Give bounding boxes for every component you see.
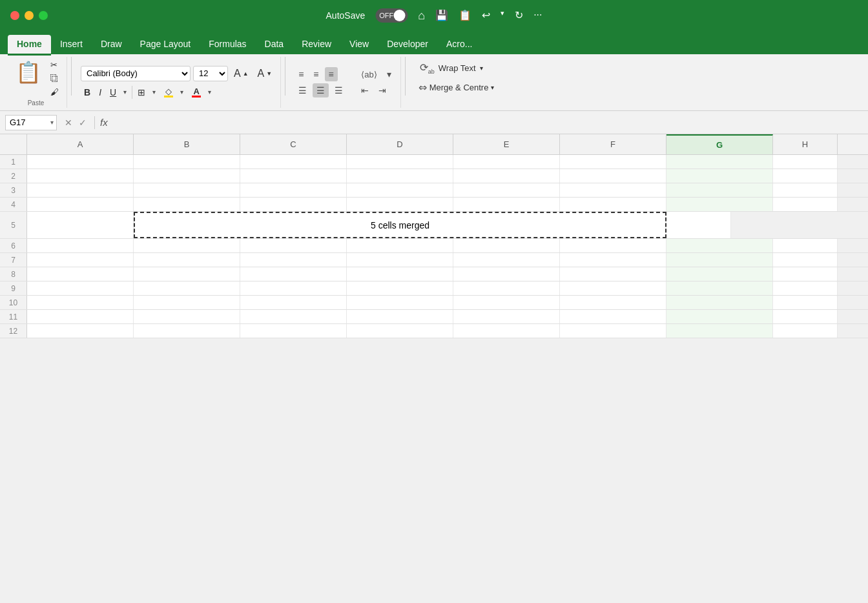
tab-developer[interactable]: Developer xyxy=(378,35,437,54)
row-header-12[interactable]: 12 xyxy=(0,324,27,338)
cell-c11[interactable] xyxy=(240,310,347,323)
align-bottom-button[interactable]: ≡ xyxy=(325,67,338,81)
fill-color-dropdown[interactable]: ▾ xyxy=(177,87,187,97)
row-header-1[interactable]: 1 xyxy=(0,155,27,169)
cell-h11[interactable] xyxy=(773,310,838,323)
cell-a2[interactable] xyxy=(27,169,134,183)
cell-d3[interactable] xyxy=(347,183,453,197)
name-box-arrow[interactable]: ▾ xyxy=(50,119,54,126)
border-button[interactable]: ⊞ xyxy=(134,85,149,99)
row-header-11[interactable]: 11 xyxy=(0,310,27,323)
cell-d11[interactable] xyxy=(347,310,453,323)
row-header-7[interactable]: 7 xyxy=(0,253,27,267)
merge-centre-button[interactable]: ⇔ Merge & Centre ▾ xyxy=(415,79,499,96)
cell-f11[interactable] xyxy=(560,310,666,323)
cell-e7[interactable] xyxy=(453,253,560,267)
cell-a3[interactable] xyxy=(27,183,134,197)
cell-f4[interactable] xyxy=(560,198,666,211)
row-header-2[interactable]: 2 xyxy=(0,169,27,183)
col-header-f[interactable]: F xyxy=(560,134,666,154)
cell-f3[interactable] xyxy=(560,183,666,197)
merge-centre-dropdown[interactable]: ▾ xyxy=(491,84,494,91)
cell-a4[interactable] xyxy=(27,198,134,211)
cell-g7[interactable] xyxy=(666,253,773,267)
tab-draw[interactable]: Draw xyxy=(92,35,131,54)
cell-d10[interactable] xyxy=(347,296,453,309)
cell-c6[interactable] xyxy=(240,239,347,252)
align-center-button[interactable]: ☰ xyxy=(313,83,329,97)
cell-g2[interactable] xyxy=(666,169,773,183)
formula-confirm-button[interactable]: ✓ xyxy=(76,116,89,129)
cell-f6[interactable] xyxy=(560,239,666,252)
cell-c2[interactable] xyxy=(240,169,347,183)
cell-g4[interactable] xyxy=(666,198,773,211)
cell-b1[interactable] xyxy=(134,155,240,169)
home-icon[interactable]: ⌂ xyxy=(418,9,425,23)
undo-dropdown-icon[interactable]: ▾ xyxy=(501,9,504,23)
cut-button[interactable]: ✂ xyxy=(48,59,61,71)
cell-b3[interactable] xyxy=(134,183,240,197)
cell-e6[interactable] xyxy=(453,239,560,252)
increase-indent-button[interactable]: ⇥ xyxy=(375,83,390,97)
minimize-button[interactable] xyxy=(25,11,34,20)
cell-g3[interactable] xyxy=(666,183,773,197)
align-right-button[interactable]: ☰ xyxy=(331,83,347,97)
saveas-icon[interactable]: 📋 xyxy=(459,9,471,23)
row-header-6[interactable]: 6 xyxy=(0,239,27,252)
tab-data[interactable]: Data xyxy=(256,35,293,54)
cell-c10[interactable] xyxy=(240,296,347,309)
tab-review[interactable]: Review xyxy=(293,35,340,54)
row-header-4[interactable]: 4 xyxy=(0,198,27,211)
merged-cell-b5[interactable]: 5 cells merged xyxy=(134,212,666,238)
col-header-a[interactable]: A xyxy=(27,134,134,154)
cell-b7[interactable] xyxy=(134,253,240,267)
formula-input[interactable] xyxy=(113,118,863,127)
cell-g6[interactable] xyxy=(666,239,773,252)
cell-b2[interactable] xyxy=(134,169,240,183)
cell-c1[interactable] xyxy=(240,155,347,169)
cell-b8[interactable] xyxy=(134,267,240,281)
autosave-toggle[interactable]: OFF xyxy=(375,8,408,23)
close-button[interactable] xyxy=(10,11,19,20)
cell-g8[interactable] xyxy=(666,267,773,281)
cell-a6[interactable] xyxy=(27,239,134,252)
cell-h2[interactable] xyxy=(773,169,838,183)
cell-f9[interactable] xyxy=(560,281,666,295)
row-header-9[interactable]: 9 xyxy=(0,281,27,295)
col-header-g[interactable]: G xyxy=(666,134,773,154)
cell-f7[interactable] xyxy=(560,253,666,267)
cell-e1[interactable] xyxy=(453,155,560,169)
bold-button[interactable]: B xyxy=(81,85,94,99)
cell-e3[interactable] xyxy=(453,183,560,197)
underline-dropdown[interactable]: ▾ xyxy=(120,87,130,97)
cell-e12[interactable] xyxy=(453,324,560,338)
wrap-text-button[interactable]: ⟳ab Wrap Text ▾ xyxy=(415,59,488,77)
row-header-5[interactable]: 5 xyxy=(0,212,27,238)
text-orientation-dropdown[interactable]: ▾ xyxy=(383,67,395,81)
cell-c4[interactable] xyxy=(240,198,347,211)
cell-h8[interactable] xyxy=(773,267,838,281)
font-color-button[interactable]: A xyxy=(189,85,204,99)
border-dropdown[interactable]: ▾ xyxy=(149,87,159,97)
row-header-8[interactable]: 8 xyxy=(0,267,27,281)
align-left-button[interactable]: ☰ xyxy=(294,83,311,97)
cell-h7[interactable] xyxy=(773,253,838,267)
cell-f10[interactable] xyxy=(560,296,666,309)
tab-formulas[interactable]: Formulas xyxy=(200,35,255,54)
cell-b10[interactable] xyxy=(134,296,240,309)
more-icon[interactable]: ··· xyxy=(533,9,542,23)
cell-a8[interactable] xyxy=(27,267,134,281)
cell-h9[interactable] xyxy=(773,281,838,295)
format-painter-button[interactable]: 🖌 xyxy=(48,86,61,98)
redo-icon[interactable]: ↻ xyxy=(515,9,523,23)
increase-font-button[interactable]: A▲ xyxy=(231,66,252,81)
cell-g9[interactable] xyxy=(666,281,773,295)
cell-f8[interactable] xyxy=(560,267,666,281)
fill-color-button[interactable]: ◇ xyxy=(161,85,176,99)
cell-d9[interactable] xyxy=(347,281,453,295)
maximize-button[interactable] xyxy=(39,11,48,20)
corner-cell[interactable] xyxy=(0,134,27,154)
cell-g1[interactable] xyxy=(666,155,773,169)
align-middle-button[interactable]: ≡ xyxy=(309,67,322,81)
col-header-b[interactable]: B xyxy=(134,134,240,154)
